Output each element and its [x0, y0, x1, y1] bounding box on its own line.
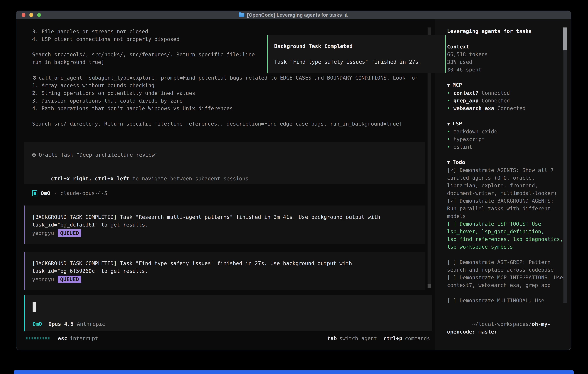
sidebar-scrollbar-thumb[interactable] — [563, 28, 567, 50]
sidebar: Leveraging agents for tasks Context 66,5… — [435, 19, 571, 350]
todo-item-pending: [ ] Demonstrate MCP INTEGRATIONS: Use co… — [447, 274, 565, 289]
mcp-heading[interactable]: ▼MCP — [447, 81, 565, 89]
window-title-row: [OpenCode] Leveraging agents for tasks ◐ — [239, 12, 348, 18]
workspace-path: ~/local-workspaces/oh-my-opencode: maste… — [447, 312, 565, 343]
message-block: [BACKGROUND TASK COMPLETED] Task "Resear… — [24, 206, 425, 244]
background-window-strip — [14, 370, 574, 374]
context-used: 33% used — [447, 58, 565, 66]
text-cursor — [32, 302, 36, 312]
context-section: Context 66,518 tokens 33% used $0.46 spe… — [447, 43, 565, 73]
transcript-line — [32, 43, 255, 51]
todo-item-done: [✓] Demonstrate BACKGROUND AGENTS: Run p… — [447, 197, 565, 220]
status-dot-icon: • — [447, 98, 450, 104]
minimize-window-button[interactable] — [29, 13, 33, 17]
transcript-line: 4. LSP client connections not properly d… — [32, 35, 255, 43]
tool-call-line: 3. Division operations that could divide… — [32, 97, 418, 104]
message-author: yeongyu — [32, 230, 54, 236]
zoom-window-button[interactable] — [37, 13, 41, 17]
status-dot-icon: • — [447, 129, 450, 135]
gear-icon: ⚙ — [32, 75, 37, 81]
mcp-item: •grep_appConnected — [447, 97, 565, 104]
sidebar-footer: ~/local-workspaces/oh-my-opencode: maste… — [447, 312, 565, 350]
todo-item-done: [✓] Demonstrate AGENTS: Show all 7 curat… — [447, 166, 565, 197]
folder-icon — [239, 13, 244, 17]
todo-item-pending: [ ] Demonstrate AST-GREP: Pattern search… — [447, 258, 565, 274]
transcript-top: 3. File handles or streams not closed 4.… — [32, 28, 255, 66]
lsp-item: •typescript — [447, 135, 565, 143]
mcp-item: •context7Connected — [447, 89, 565, 97]
notification-body: Task "Find type safety issues" finished … — [274, 58, 445, 66]
todo-item-active: [ ] Demonstrate LSP TOOLS: Use lsp_hover… — [447, 220, 565, 251]
oracle-task-box[interactable]: Oracle Task "Deep architecture review" c… — [24, 142, 425, 184]
oracle-task-label: Oracle Task "Deep architecture review" — [39, 151, 158, 159]
esc-key-hint: esc — [58, 335, 67, 341]
chevron-down-icon: ▼ — [447, 160, 450, 165]
message-line: task_id="bg_dcfac161" to get results. — [32, 221, 425, 229]
message-line: [BACKGROUND TASK COMPLETED] Task "Find t… — [32, 260, 425, 267]
mcp-section: ▼MCP •context7Connected •grep_appConnect… — [447, 81, 565, 112]
esc-key-label: interrupt — [70, 335, 98, 341]
lsp-section: ▼LSP •markdown-oxide •typescript •eslint — [447, 120, 565, 151]
status-badge: QUEUED — [58, 276, 81, 283]
chevron-down-icon: ▼ — [447, 83, 450, 87]
agent-name: OmO — [41, 189, 50, 197]
todo-heading[interactable]: ▼Todo — [447, 158, 565, 166]
input-agent-name[interactable]: OmO — [32, 321, 42, 327]
transcript-line: 3. File handles or streams not closed — [32, 28, 255, 35]
window-title: [OpenCode] Leveraging agents for tasks — [247, 12, 342, 18]
agent-checkbox-icon — [32, 190, 37, 196]
sidebar-scroll-area: Leveraging agents for tasks Context 66,5… — [447, 27, 565, 312]
tab-key-label: switch agent — [339, 335, 377, 341]
context-tokens: 66,518 tokens — [447, 51, 565, 58]
tool-call-line: Search src/ directory. Return specific f… — [32, 120, 418, 128]
chevron-down-icon: ▼ — [447, 122, 450, 126]
lsp-heading[interactable]: ▼LSP — [447, 120, 565, 128]
traffic-lights — [21, 13, 41, 17]
prompt-input[interactable]: OmO Opus 4.5 Anthropic — [24, 295, 432, 331]
fisheye-icon — [32, 153, 36, 157]
todo-item-pending: [ ] Demonstrate MULTIMODAL: Use — [447, 297, 565, 304]
notification-title: Background Task Completed — [274, 42, 445, 50]
half-circle-icon: ◐ — [345, 12, 348, 18]
message-line: [BACKGROUND TASK COMPLETED] Task "Resear… — [32, 213, 425, 221]
tool-call-line — [32, 112, 418, 120]
todo-section: ▼Todo [✓] Demonstrate AGENTS: Show all 7… — [447, 158, 565, 304]
oracle-hint-keys: ctrl+x right, ctrl+x left — [51, 176, 129, 181]
context-spent: $0.46 spent — [447, 66, 565, 73]
status-dot-icon: • — [447, 90, 450, 96]
tool-call-line: 2. String operations on potentially unde… — [32, 89, 418, 97]
ctrlp-key-hint: ctrl+p — [384, 335, 402, 341]
close-window-button[interactable] — [21, 13, 25, 17]
message-author: yeongyu — [32, 276, 54, 282]
session-title: Leveraging agents for tasks — [447, 27, 565, 35]
message-block: [BACKGROUND TASK COMPLETED] Task "Find t… — [24, 252, 425, 290]
tab-key-hint: tab — [327, 335, 337, 341]
titlebar[interactable]: [OpenCode] Leveraging agents for tasks ◐ — [16, 11, 571, 19]
mcp-item: •websearch_exaConnected — [447, 104, 565, 112]
lsp-item: •eslint — [447, 143, 565, 151]
lsp-item: •markdown-oxide — [447, 128, 565, 135]
status-dot-icon: • — [447, 136, 450, 142]
status-dot-icon: • — [447, 105, 450, 111]
status-bar: esc interrupt tab switch agent ctrl+p co… — [24, 335, 432, 341]
message-line: task_id="bg_6f59260c" to get results. — [32, 267, 425, 275]
tool-call-block: ⚙call_omo_agent [subagent_type=explore, … — [32, 74, 418, 128]
tool-call-line: 1. Array access without bounds checking — [32, 82, 418, 89]
input-model-name[interactable]: Opus 4.5 — [48, 321, 74, 327]
tool-call-line: call_omo_agent [subagent_type=explore, p… — [39, 75, 418, 81]
separator-dot: · — [54, 189, 57, 197]
agent-session-header[interactable]: OmO · claude-opus-4-5 — [32, 189, 107, 197]
activity-dots — [26, 337, 50, 339]
oracle-hint-text: to navigate between subagent sessions — [129, 176, 249, 181]
background-task-notification: Background Task Completed Task "Find typ… — [267, 35, 446, 73]
main-scrollbar-thumb[interactable] — [428, 284, 430, 288]
status-dot-icon: • — [447, 144, 450, 150]
input-model-provider: Anthropic — [77, 321, 105, 327]
context-heading: Context — [447, 43, 565, 51]
transcript-line: run_in_background=true] — [32, 58, 255, 66]
transcript-line: Search src/tools/, src/hooks/, src/featu… — [32, 51, 255, 58]
opencode-window: [OpenCode] Leveraging agents for tasks ◐… — [16, 11, 571, 350]
agent-model: claude-opus-4-5 — [60, 189, 107, 197]
sidebar-scrollbar[interactable] — [563, 28, 567, 303]
ctrlp-key-label: commands — [405, 335, 430, 341]
